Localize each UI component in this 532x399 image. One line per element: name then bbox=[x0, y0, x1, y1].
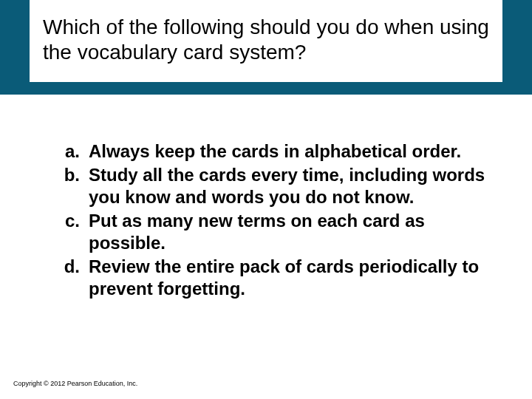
answer-text: Put as many new terms on each card as po… bbox=[89, 210, 488, 254]
answer-option: d. Review the entire pack of cards perio… bbox=[59, 256, 488, 300]
answer-text: Study all the cards every time, includin… bbox=[89, 164, 488, 208]
answer-text: Review the entire pack of cards periodic… bbox=[89, 256, 488, 300]
answer-letter: c. bbox=[59, 210, 89, 254]
answer-letter: d. bbox=[59, 256, 89, 300]
answer-text: Always keep the cards in alphabetical or… bbox=[89, 140, 488, 163]
question-box: Which of the following should you do whe… bbox=[30, 0, 502, 82]
copyright-notice: Copyright © 2012 Pearson Education, Inc. bbox=[13, 380, 137, 387]
answer-letter: a. bbox=[59, 140, 89, 163]
header-band: Which of the following should you do whe… bbox=[0, 0, 532, 95]
question-text: Which of the following should you do whe… bbox=[43, 15, 489, 64]
answer-option: b. Study all the cards every time, inclu… bbox=[59, 164, 488, 208]
answer-list: a. Always keep the cards in alphabetical… bbox=[59, 140, 488, 301]
answer-option: c. Put as many new terms on each card as… bbox=[59, 210, 488, 254]
answer-option: a. Always keep the cards in alphabetical… bbox=[59, 140, 488, 163]
answer-letter: b. bbox=[59, 164, 89, 208]
